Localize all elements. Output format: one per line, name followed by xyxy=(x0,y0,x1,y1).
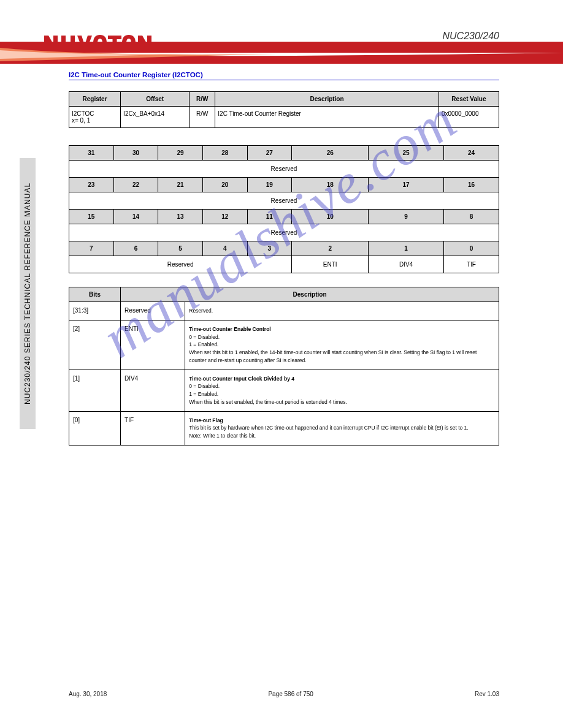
bit-val: Reserved xyxy=(69,256,292,273)
table-row: [2] ENTI Time-out Counter Enable Control… xyxy=(69,320,499,370)
bit-hdr: 29 xyxy=(158,146,203,161)
bit-hdr: 11 xyxy=(247,210,292,224)
bit-hdr: 14 xyxy=(113,210,158,224)
desc-title: Time-out Counter Input Clock Divided by … xyxy=(189,376,294,382)
th-bits: Bits xyxy=(69,287,121,302)
cell-bits: [31:3] xyxy=(69,302,121,320)
bit-val: DIV4 xyxy=(369,256,444,273)
table-row: [1] DIV4 Time-out Counter Input Clock Di… xyxy=(69,370,499,411)
bit-hdr: 9 xyxy=(369,210,444,224)
bit-hdr: 8 xyxy=(443,210,499,224)
banner xyxy=(0,42,563,64)
footer-date: Aug. 30, 2018 xyxy=(69,691,107,697)
bit-val: TIF xyxy=(443,256,499,273)
bit-hdr: 31 xyxy=(69,146,114,161)
section-title: I2C Time-out Counter Register (I2CTOC) xyxy=(69,71,499,80)
table-row: [31:3] Reserved Reserved. xyxy=(69,302,499,320)
cell-bits: [0] xyxy=(69,411,121,445)
bit-hdr: 23 xyxy=(69,178,114,192)
desc-line: 1 = Enabled. xyxy=(189,341,218,347)
desc-title: Time-out Flag xyxy=(189,417,223,423)
cell-offset: I2Cx_BA+0x14 xyxy=(121,107,190,128)
bit-val: Reserved xyxy=(69,224,499,241)
bit-val: Reserved xyxy=(69,161,499,178)
th-desc: Description xyxy=(215,92,439,107)
cell-desc: I2C Time-out Counter Register xyxy=(215,107,439,128)
svg-rect-0 xyxy=(0,42,563,53)
desc-line: 1 = Enabled. xyxy=(189,391,218,397)
desc-line: When set this bit to 1 enabled, the 14-b… xyxy=(189,349,477,363)
register-summary-table: Register Offset R/W Description Reset Va… xyxy=(69,91,499,128)
bit-hdr: 2 xyxy=(292,241,369,256)
bit-hdr: 6 xyxy=(113,241,158,256)
bit-hdr: 12 xyxy=(202,210,247,224)
bit-hdr: 25 xyxy=(369,146,444,161)
bit-hdr: 27 xyxy=(247,146,292,161)
th-offset: Offset xyxy=(121,92,190,107)
th-descr: Description xyxy=(121,287,499,302)
desc-line: 0 = Disabled. xyxy=(189,334,220,340)
table-row: [0] TIF Time-out Flag This bit is set by… xyxy=(69,411,499,445)
th-reset: Reset Value xyxy=(439,92,499,107)
sidebar-doc-title: NUC230/240 SERIES TECHNICAL REFERENCE MA… xyxy=(20,158,36,429)
th-register: Register xyxy=(69,92,121,107)
cell-desc: Time-out Counter Input Clock Divided by … xyxy=(185,370,499,411)
footer-rev: Rev 1.03 xyxy=(475,691,499,697)
bit-hdr: 16 xyxy=(443,178,499,192)
bit-hdr: 17 xyxy=(369,178,444,192)
bit-hdr: 30 xyxy=(113,146,158,161)
bit-description-table: Bits Description [31:3] Reserved Reserve… xyxy=(69,287,499,446)
desc-line: This bit is set by hardware when I2C tim… xyxy=(189,425,468,431)
bit-hdr: 21 xyxy=(158,178,203,192)
cell-register: I2CTOC x= 0, 1 xyxy=(69,107,121,128)
bit-hdr: 0 xyxy=(443,241,499,256)
cell-fieldname: TIF xyxy=(121,411,185,445)
section-title-text: I2C Time-out Counter Register (I2CTOC) xyxy=(69,71,203,78)
bit-hdr: 24 xyxy=(443,146,499,161)
desc-line: 0 = Disabled. xyxy=(189,383,220,389)
bit-hdr: 4 xyxy=(202,241,247,256)
bit-hdr: 28 xyxy=(202,146,247,161)
cell-reset: 0x0000_0000 xyxy=(439,107,499,128)
cell-rw: R/W xyxy=(190,107,215,128)
bit-hdr: 10 xyxy=(292,210,369,224)
th-rw: R/W xyxy=(190,92,215,107)
bit-val: ENTI xyxy=(292,256,369,273)
bit-val: Reserved xyxy=(69,192,499,210)
bit-hdr: 20 xyxy=(202,178,247,192)
bit-hdr: 26 xyxy=(292,146,369,161)
bit-hdr: 7 xyxy=(69,241,114,256)
content-area: I2C Time-out Counter Register (I2CTOC) R… xyxy=(0,64,563,446)
footer-page: Page 586 of 750 xyxy=(268,691,313,697)
desc-title: Time-out Counter Enable Control xyxy=(189,326,270,332)
bit-layout-table: 3130292827262524 Reserved 23222120191817… xyxy=(69,145,499,273)
bit-hdr: 1 xyxy=(369,241,444,256)
cell-desc: Time-out Counter Enable Control 0 = Disa… xyxy=(185,320,499,370)
table-row: I2CTOC x= 0, 1 I2Cx_BA+0x14 R/W I2C Time… xyxy=(69,107,499,128)
desc-line: When this bit is set enabled, the time-o… xyxy=(189,399,347,405)
cell-bits: [2] xyxy=(69,320,121,370)
cell-desc: Reserved. xyxy=(185,302,499,320)
bit-hdr: 3 xyxy=(247,241,292,256)
bit-hdr: 15 xyxy=(69,210,114,224)
bit-hdr: 22 xyxy=(113,178,158,192)
cell-fieldname: DIV4 xyxy=(121,370,185,411)
cell-fieldname: Reserved xyxy=(121,302,185,320)
cell-desc: Time-out Flag This bit is set by hardwar… xyxy=(185,411,499,445)
product-name: NUC230/240 xyxy=(0,31,563,42)
bit-hdr: 5 xyxy=(158,241,203,256)
cell-fieldname: ENTI xyxy=(121,320,185,370)
bit-hdr: 13 xyxy=(158,210,203,224)
cell-bits: [1] xyxy=(69,370,121,411)
desc-line: Note: Write 1 to clear this bit. xyxy=(189,433,256,439)
bit-hdr: 19 xyxy=(247,178,292,192)
bit-hdr: 18 xyxy=(292,178,369,192)
page-footer: Aug. 30, 2018 Page 586 of 750 Rev 1.03 xyxy=(69,691,499,697)
